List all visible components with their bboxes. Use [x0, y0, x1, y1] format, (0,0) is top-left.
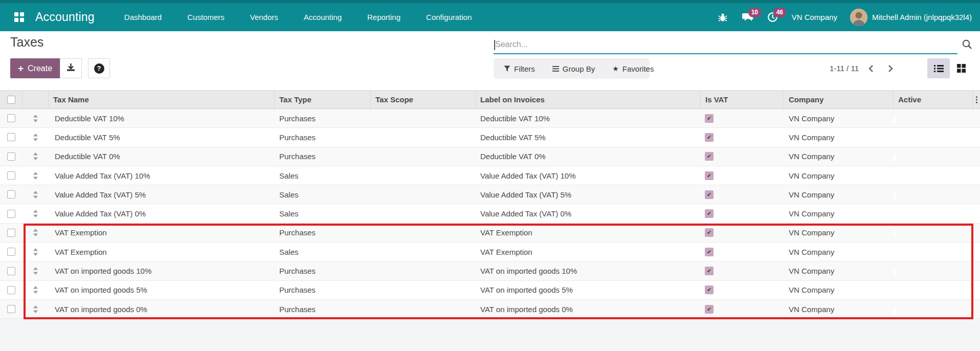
tax-type-cell: Purchases — [275, 267, 371, 275]
drag-handle[interactable] — [23, 229, 49, 236]
page-background — [0, 319, 980, 351]
is-vat-checkbox[interactable]: ✔ — [705, 209, 714, 218]
drag-handle[interactable] — [23, 115, 49, 122]
activities-clock-icon[interactable]: 46 — [767, 11, 779, 24]
menu-configuration[interactable]: Configuration — [426, 13, 472, 21]
menu-accounting[interactable]: Accounting — [304, 13, 342, 21]
is-vat-checkbox[interactable]: ✔ — [705, 248, 714, 256]
drag-handle-icon — [33, 210, 38, 217]
tax-type-cell: Purchases — [275, 114, 371, 123]
is-vat-checkbox[interactable]: ✔ — [705, 228, 714, 237]
favorites-button[interactable]: ★ Favorites — [612, 64, 654, 73]
drag-handle-icon — [33, 305, 38, 313]
filters-button[interactable]: Filters — [504, 64, 535, 73]
main-menu: Dashboard Customers Vendors Accounting R… — [124, 13, 472, 21]
toggle-check-icon: ✓ — [894, 249, 897, 256]
drag-handle[interactable] — [23, 172, 49, 180]
row-checkbox[interactable] — [7, 190, 15, 199]
list-view-button[interactable] — [927, 58, 950, 78]
group-by-button[interactable]: Group By — [552, 64, 595, 73]
column-is-vat[interactable]: Is VAT — [701, 91, 784, 108]
pager-next-icon[interactable] — [883, 61, 898, 76]
column-tax-name[interactable]: Tax Name — [49, 91, 275, 108]
user-menu[interactable]: Mitchell Admin (jnlpqpqk32l4) — [850, 9, 972, 26]
debug-bug-icon[interactable] — [717, 11, 729, 24]
is-vat-checkbox[interactable]: ✔ — [705, 267, 714, 275]
drag-handle[interactable] — [23, 305, 49, 313]
column-tax-type[interactable]: Tax Type — [275, 91, 371, 108]
drag-handle[interactable] — [23, 152, 49, 160]
menu-vendors[interactable]: Vendors — [250, 13, 278, 21]
column-label-invoices[interactable]: Label on Invoices — [476, 91, 701, 108]
row-checkbox[interactable] — [7, 133, 15, 141]
is-vat-checkbox[interactable]: ✔ — [705, 190, 714, 199]
drag-handle[interactable] — [23, 210, 49, 217]
help-icon: ? — [94, 63, 104, 74]
is-vat-checkbox[interactable]: ✔ — [705, 286, 714, 294]
table-row[interactable]: Value Added Tax (VAT) 10% Sales Value Ad… — [0, 166, 980, 185]
kanban-view-icon — [957, 64, 966, 73]
table-row[interactable]: VAT Exemption Purchases VAT Exemption ✔ … — [0, 224, 980, 243]
table-row[interactable]: Value Added Tax (VAT) 5% Sales Value Add… — [0, 185, 980, 204]
drag-handle[interactable] — [23, 286, 49, 294]
tax-name-cell: Value Added Tax (VAT) 5% — [49, 190, 275, 199]
menu-reporting[interactable]: Reporting — [367, 13, 400, 21]
row-checkbox[interactable] — [7, 267, 15, 275]
help-button[interactable]: ? — [88, 58, 110, 78]
table-body: Deductible VAT 10% Purchases Deductible … — [0, 109, 980, 319]
row-checkbox[interactable] — [7, 210, 15, 218]
table-row[interactable]: Deductible VAT 10% Purchases Deductible … — [0, 109, 980, 128]
drag-handle[interactable] — [23, 267, 49, 275]
company-cell: VN Company — [784, 267, 894, 275]
row-checkbox[interactable] — [7, 171, 15, 180]
search-icon[interactable] — [962, 39, 973, 52]
search-bar — [494, 36, 957, 54]
table-row[interactable]: Deductible VAT 5% Purchases Deductible V… — [0, 128, 980, 147]
app-brand[interactable]: Accounting — [35, 10, 95, 24]
tax-name-cell: VAT on imported goods 5% — [49, 286, 275, 294]
row-checkbox[interactable] — [7, 305, 15, 313]
tax-name-cell: VAT Exemption — [49, 228, 275, 237]
tax-name-cell: VAT on imported goods 10% — [49, 267, 275, 275]
company-switcher[interactable]: VN Company — [792, 13, 837, 21]
drag-handle[interactable] — [23, 134, 49, 141]
column-active[interactable]: Active — [894, 91, 973, 108]
menu-customers[interactable]: Customers — [187, 13, 225, 21]
search-input[interactable] — [494, 36, 957, 53]
table-header: Tax Name Tax Type Tax Scope Label on Inv… — [0, 90, 980, 109]
pager-previous-icon[interactable] — [864, 61, 878, 76]
row-checkbox[interactable] — [7, 286, 15, 294]
row-checkbox[interactable] — [7, 114, 15, 122]
table-row[interactable]: VAT on imported goods 10% Purchases VAT … — [0, 261, 980, 280]
column-tax-scope[interactable]: Tax Scope — [371, 91, 476, 108]
export-download-button[interactable] — [60, 58, 82, 78]
is-vat-checkbox[interactable]: ✔ — [705, 305, 714, 314]
table-row[interactable]: Value Added Tax (VAT) 0% Sales Value Add… — [0, 204, 980, 223]
avatar — [850, 9, 867, 26]
table-row[interactable]: VAT on imported goods 5% Purchases VAT o… — [0, 281, 980, 300]
drag-handle[interactable] — [23, 191, 49, 199]
create-button[interactable]: + Create — [10, 58, 60, 78]
kanban-view-button[interactable] — [950, 58, 972, 78]
user-name: Mitchell Admin (jnlpqpqk32l4) — [872, 13, 972, 21]
row-checkbox[interactable] — [7, 229, 15, 237]
select-all-checkbox[interactable] — [7, 96, 15, 104]
column-options-icon[interactable]: ⋮ — [973, 96, 980, 104]
company-cell: VN Company — [784, 171, 894, 180]
messages-icon[interactable]: 10 — [742, 11, 754, 24]
table-row[interactable]: VAT on imported goods 0% Purchases VAT o… — [0, 300, 980, 319]
menu-dashboard[interactable]: Dashboard — [124, 13, 162, 21]
table-row[interactable]: VAT Exemption Sales VAT Exemption ✔ VN C… — [0, 243, 980, 261]
row-checkbox[interactable] — [7, 248, 15, 256]
drag-handle[interactable] — [23, 248, 49, 256]
column-company[interactable]: Company — [784, 91, 894, 108]
table-row[interactable]: Deductible VAT 0% Purchases Deductible V… — [0, 147, 980, 166]
is-vat-checkbox[interactable]: ✔ — [705, 152, 714, 161]
apps-menu-icon[interactable] — [14, 12, 24, 22]
tax-name-cell: Deductible VAT 5% — [49, 133, 275, 142]
toggle-check-icon: ✓ — [894, 153, 897, 161]
is-vat-checkbox[interactable]: ✔ — [705, 114, 714, 123]
is-vat-checkbox[interactable]: ✔ — [705, 133, 714, 142]
row-checkbox[interactable] — [7, 152, 15, 161]
is-vat-checkbox[interactable]: ✔ — [705, 171, 714, 180]
